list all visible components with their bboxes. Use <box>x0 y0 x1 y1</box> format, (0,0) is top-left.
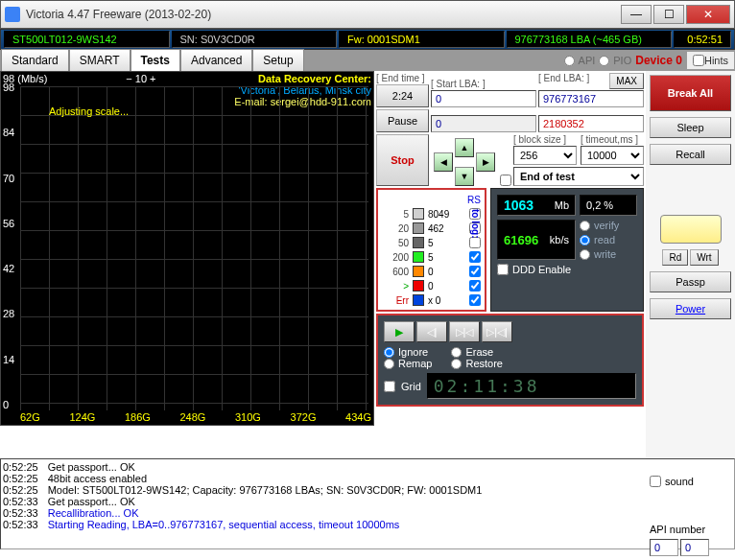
log-line: 0:52:33Get passport... OK <box>3 496 732 507</box>
timeout-select[interactable]: 10000 <box>581 146 644 165</box>
block-log-checkbox[interactable] <box>469 237 481 248</box>
block-row: Errx 0 <box>382 294 481 306</box>
erase-radio[interactable] <box>451 347 462 358</box>
block-log-checkbox[interactable] <box>469 294 481 306</box>
grid-checkbox[interactable] <box>384 381 395 392</box>
app-icon <box>5 7 20 22</box>
power-button[interactable]: Power <box>650 298 731 319</box>
passp-button[interactable]: Passp <box>650 271 731 292</box>
recall-button[interactable]: Recall <box>650 144 731 165</box>
log-panel[interactable]: 0:52:25Get passport... OK0:52:2548bit ac… <box>0 458 735 549</box>
end-lba-input[interactable] <box>538 90 644 107</box>
current-start-display <box>431 115 536 132</box>
tab-tests[interactable]: Tests <box>130 49 180 72</box>
block-row: 2005 <box>382 251 481 263</box>
tab-standard[interactable]: Standard <box>1 49 69 72</box>
block-log-checkbox[interactable] <box>469 280 481 292</box>
pause-button[interactable]: Pause <box>376 109 429 132</box>
arrow-left[interactable]: ◀ <box>434 152 453 172</box>
skip-fwd-button[interactable]: ▷|◁ <box>449 321 480 342</box>
tab-smart[interactable]: SMART <box>69 49 130 72</box>
step-back-button[interactable]: ◁| <box>416 321 447 342</box>
block-threshold-panel: RS to log:580492046250520056000>0Errx 0 <box>376 188 486 312</box>
nav-arrows: ▲ ▼ ◀ ▶ <box>431 138 498 186</box>
verify-radio[interactable] <box>580 221 590 231</box>
kbs-value: 61696 <box>504 233 538 247</box>
minimize-button[interactable]: — <box>621 5 652 24</box>
block-row: >0 <box>382 280 481 292</box>
sound-checkbox[interactable] <box>650 476 661 487</box>
scan-graph: 98 (Mb/s) − 10 + Data Recovery Center: '… <box>0 71 374 426</box>
elapsed-time: 0:52:51 <box>674 31 731 48</box>
read-radio[interactable] <box>580 235 590 245</box>
start-lba-input[interactable] <box>431 90 536 107</box>
skip-end-button[interactable]: ▷|◁| <box>482 321 512 342</box>
pct-value: 0,2 % <box>586 199 613 211</box>
arrow-right[interactable]: ▶ <box>476 152 495 172</box>
arrow-checkbox[interactable] <box>500 175 511 186</box>
current-lba-display <box>538 115 644 132</box>
ddd-checkbox[interactable] <box>497 264 509 275</box>
drive-lba: 976773168 LBA (~465 GB) <box>507 31 673 48</box>
log-line: 0:52:25Get passport... OK <box>3 461 732 473</box>
log-line: 0:52:2548bit access enabled <box>3 473 732 484</box>
restore-radio[interactable] <box>451 359 462 369</box>
digital-timer: 02:11:38 <box>427 373 636 399</box>
sleep-button[interactable]: Sleep <box>650 117 731 138</box>
gauge-meter <box>660 215 722 244</box>
drive-model: ST500LT012-9WS142 <box>4 31 170 48</box>
log-line: 0:52:33Recallibration... OK <box>3 507 732 519</box>
y-axis: 988470564228140 <box>3 82 22 410</box>
wrt-button[interactable]: Wrt <box>690 249 718 266</box>
api-num-1[interactable] <box>680 539 709 556</box>
block-log-checkbox[interactable] <box>469 251 481 263</box>
drive-info-bar: ST500LT012-9WS142 SN: S0V3CD0R Fw: 0001S… <box>0 29 735 50</box>
tab-advanced[interactable]: Advanced <box>180 49 252 72</box>
window-titlebar: Victoria 4.47 Freeware (2013-02-20) — ☐ … <box>0 0 735 29</box>
log-line: 0:52:33Starting Reading, LBA=0..97677316… <box>3 519 732 530</box>
block-row: 20462 <box>382 222 481 234</box>
drive-sn: SN: S0V3CD0R <box>172 31 338 48</box>
adjusting-label: Adjusting scale... <box>49 105 129 117</box>
device-label: Device 0 <box>635 54 682 67</box>
block-log-checkbox[interactable] <box>469 266 481 277</box>
api-num-0[interactable] <box>650 539 678 556</box>
block-row: 58049 <box>382 208 481 220</box>
block-row: 6000 <box>382 266 481 277</box>
blocksize-select[interactable]: 256 <box>513 146 577 165</box>
endtest-select[interactable]: End of test <box>513 167 644 186</box>
stop-button[interactable]: Stop <box>376 134 429 186</box>
write-radio[interactable] <box>580 249 590 260</box>
arrow-down[interactable]: ▼ <box>455 167 474 186</box>
ignore-radio[interactable] <box>384 347 394 358</box>
x-axis: 62G124G186G248G310G372G434G <box>20 411 371 423</box>
max-button[interactable]: MAX <box>609 73 644 89</box>
play-button[interactable]: ▶ <box>384 321 415 342</box>
endtime-display: 2:24 <box>376 84 429 107</box>
maximize-button[interactable]: ☐ <box>653 5 684 24</box>
rd-button[interactable]: Rd <box>662 249 688 266</box>
api-radio[interactable] <box>564 56 575 66</box>
tab-setup[interactable]: Setup <box>252 49 303 72</box>
mb-value: 1063 <box>504 198 533 213</box>
log-line: 0:52:25Model: ST500LT012-9WS142; Capacit… <box>3 484 732 496</box>
block-row: 505 <box>382 237 481 248</box>
drive-fw: Fw: 0001SDM1 <box>339 31 505 48</box>
hints-checkbox[interactable] <box>693 55 704 66</box>
arrow-up[interactable]: ▲ <box>455 138 474 157</box>
close-button[interactable]: ✕ <box>686 5 730 24</box>
break-all-button[interactable]: Break All <box>650 75 731 111</box>
remap-radio[interactable] <box>384 359 394 369</box>
window-title: Victoria 4.47 Freeware (2013-02-20) <box>26 8 621 21</box>
pio-radio[interactable] <box>599 56 609 66</box>
